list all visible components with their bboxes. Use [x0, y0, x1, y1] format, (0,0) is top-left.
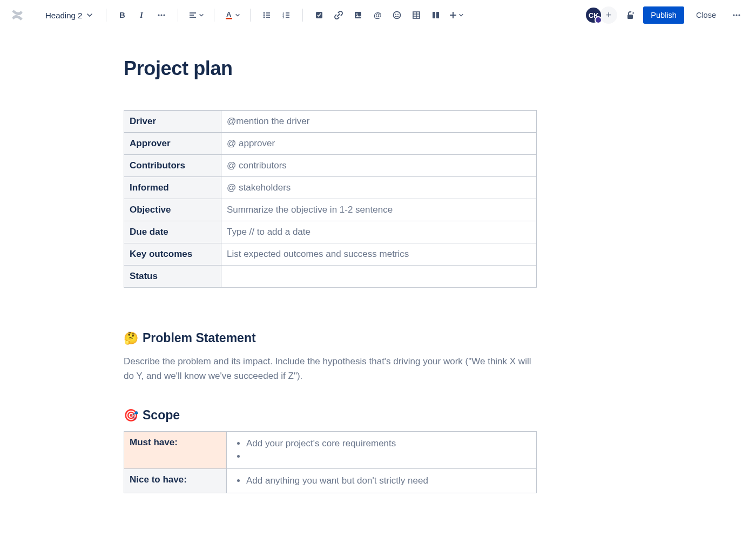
svg-rect-9: [226, 18, 232, 19]
scope-table[interactable]: Must have: Add your project's core requi…: [124, 431, 537, 493]
list-item[interactable]: Add your project's core requirements: [246, 437, 531, 450]
row-label[interactable]: Informed: [124, 177, 221, 199]
collaborators[interactable]: CK +: [585, 6, 617, 24]
bullet-list-button[interactable]: [258, 6, 275, 24]
svg-point-3: [161, 14, 163, 16]
list-item[interactable]: [246, 450, 531, 463]
table-row: Contributors@ contributors: [124, 155, 537, 177]
svg-text:3: 3: [282, 16, 285, 19]
svg-point-12: [264, 15, 265, 16]
table-row: Informed@ stakeholders: [124, 177, 537, 199]
row-value[interactable]: Type // to add a date: [221, 221, 537, 243]
svg-point-10: [264, 12, 265, 14]
separator: [214, 9, 214, 22]
svg-point-40: [735, 14, 737, 16]
row-value[interactable]: Summarize the objective in 1-2 sentence: [221, 199, 537, 221]
row-value[interactable]: Add anything you want but don't strictly…: [227, 469, 537, 493]
row-label[interactable]: Must have:: [124, 432, 227, 469]
close-button[interactable]: Close: [688, 6, 724, 24]
separator: [302, 9, 303, 22]
row-label[interactable]: Objective: [124, 199, 221, 221]
mention-button[interactable]: @: [369, 6, 386, 24]
svg-point-4: [164, 14, 165, 16]
table-row: Due dateType // to add a date: [124, 221, 537, 243]
invite-button[interactable]: +: [600, 6, 617, 24]
svg-point-14: [264, 17, 265, 18]
problem-statement-heading[interactable]: 🤔 Problem Statement: [124, 331, 537, 345]
more-actions-button[interactable]: [728, 6, 745, 24]
svg-point-28: [397, 14, 399, 15]
confluence-logo[interactable]: [6, 4, 28, 26]
svg-text:A: A: [226, 10, 232, 18]
list-item[interactable]: Add anything you want but don't strictly…: [246, 474, 531, 487]
row-value[interactable]: [221, 266, 537, 288]
svg-rect-37: [627, 15, 633, 19]
svg-point-41: [738, 14, 740, 16]
problem-statement-body[interactable]: Describe the problem and its impact. Inc…: [124, 354, 537, 383]
separator: [106, 9, 106, 22]
svg-rect-23: [355, 12, 361, 18]
chevron-down-icon: [86, 12, 93, 18]
row-label[interactable]: Status: [124, 266, 221, 288]
publish-button[interactable]: Publish: [643, 6, 684, 24]
svg-rect-33: [433, 12, 435, 18]
svg-point-39: [733, 14, 734, 16]
emoji-button[interactable]: [388, 6, 406, 24]
row-value[interactable]: @ approver: [221, 133, 537, 155]
table-row: Driver@mention the driver: [124, 111, 537, 133]
table-row: Must have: Add your project's core requi…: [124, 432, 537, 469]
row-value[interactable]: Add your project's core requirements: [227, 432, 537, 469]
thinking-emoji-icon: 🤔: [124, 331, 138, 345]
svg-text:B: B: [119, 10, 125, 19]
scope-heading[interactable]: 🎯 Scope: [124, 408, 537, 423]
restrictions-button[interactable]: [622, 6, 639, 24]
layouts-button[interactable]: [427, 6, 444, 24]
text-style-label: Heading 2: [45, 11, 82, 20]
action-item-button[interactable]: [310, 6, 328, 24]
heading-text: Scope: [143, 408, 180, 423]
bold-button[interactable]: B: [114, 6, 131, 24]
image-button[interactable]: [349, 6, 367, 24]
separator: [178, 9, 178, 22]
row-value[interactable]: @mention the driver: [221, 111, 537, 133]
svg-point-26: [394, 12, 401, 19]
more-formatting-button[interactable]: [153, 6, 170, 24]
table-row: ObjectiveSummarize the objective in 1-2 …: [124, 199, 537, 221]
chevron-down-icon: [458, 12, 464, 18]
numbered-list-button[interactable]: 1 2 3: [278, 6, 295, 24]
chevron-down-icon: [235, 12, 240, 18]
insert-more-button[interactable]: [447, 6, 466, 24]
close-label: Close: [696, 11, 716, 19]
svg-point-24: [356, 13, 358, 15]
svg-point-27: [395, 14, 396, 15]
target-emoji-icon: 🎯: [124, 409, 138, 423]
toolbar-right: CK + Publish Close: [585, 6, 745, 24]
editor-toolbar: Heading 2 B I: [0, 0, 756, 30]
metadata-table[interactable]: Driver@mention the driver Approver@ appr…: [124, 110, 537, 288]
row-label[interactable]: Nice to have:: [124, 469, 227, 493]
text-color-button[interactable]: A: [222, 6, 242, 24]
row-label[interactable]: Due date: [124, 221, 221, 243]
publish-label: Publish: [651, 11, 677, 19]
row-label[interactable]: Contributors: [124, 155, 221, 177]
row-value[interactable]: @ contributors: [221, 155, 537, 177]
page-title[interactable]: Project plan: [124, 57, 537, 80]
table-button[interactable]: [408, 6, 425, 24]
svg-text:I: I: [139, 11, 144, 19]
row-label[interactable]: Approver: [124, 133, 221, 155]
row-label[interactable]: Driver: [124, 111, 221, 133]
svg-text:@: @: [374, 10, 382, 19]
row-value[interactable]: @ stakeholders: [221, 177, 537, 199]
document-body[interactable]: Project plan Driver@mention the driver A…: [124, 57, 537, 493]
table-row: Status: [124, 266, 537, 288]
alignment-button[interactable]: [186, 6, 206, 24]
row-value[interactable]: List expected outcomes and success metri…: [221, 243, 537, 266]
link-button[interactable]: [330, 6, 347, 24]
table-row: Nice to have: Add anything you want but …: [124, 469, 537, 493]
chevron-down-icon: [199, 12, 204, 18]
row-label[interactable]: Key outcomes: [124, 243, 221, 266]
text-style-select[interactable]: Heading 2: [40, 8, 98, 23]
separator: [250, 9, 251, 22]
svg-point-2: [158, 14, 160, 16]
italic-button[interactable]: I: [133, 6, 151, 24]
